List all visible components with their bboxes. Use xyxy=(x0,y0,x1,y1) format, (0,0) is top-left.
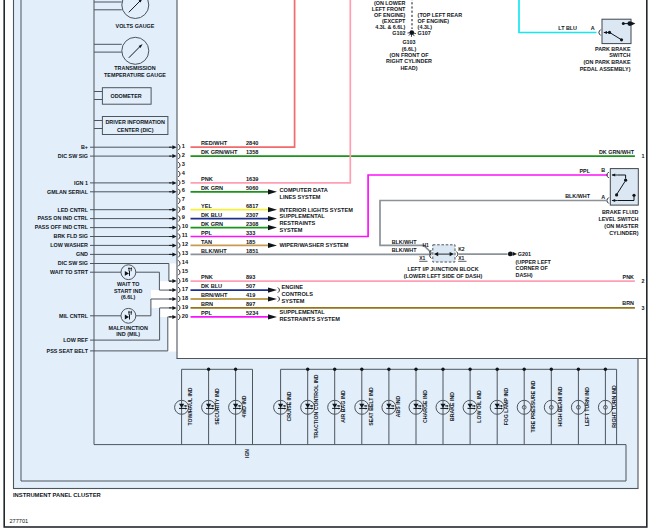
svg-text:K2: K2 xyxy=(458,246,465,252)
svg-text:BRN: BRN xyxy=(622,300,634,306)
svg-text:SYSTEM: SYSTEM xyxy=(280,227,303,233)
svg-text:PASS ON IND CTRL: PASS ON IND CTRL xyxy=(37,215,88,221)
svg-text:419: 419 xyxy=(246,292,255,298)
svg-text:6817: 6817 xyxy=(246,203,258,209)
svg-text:9: 9 xyxy=(182,214,185,220)
svg-text:CONTROLS: CONTROLS xyxy=(282,291,314,297)
svg-text:BLK/WHT: BLK/WHT xyxy=(565,193,591,199)
svg-text:1639: 1639 xyxy=(246,176,258,182)
svg-text:B: B xyxy=(601,167,605,173)
svg-text:PASS OFF IND CTRL: PASS OFF IND CTRL xyxy=(35,224,89,230)
svg-text:INSTRUMENT PANEL CLUSTER: INSTRUMENT PANEL CLUSTER xyxy=(13,492,102,498)
svg-text:BRK FLD SIG: BRK FLD SIG xyxy=(54,233,88,239)
svg-text:TEMPERATURE GAUGE: TEMPERATURE GAUGE xyxy=(104,72,166,78)
svg-text:333: 333 xyxy=(246,230,255,236)
svg-text:MIL CNTRL: MIL CNTRL xyxy=(59,313,89,319)
svg-text:CYLINDER): CYLINDER) xyxy=(609,230,639,236)
svg-text:2307: 2307 xyxy=(246,212,258,218)
svg-text:2308: 2308 xyxy=(246,221,258,227)
svg-text:VOLTS GAUGE: VOLTS GAUGE xyxy=(116,23,155,29)
svg-text:1358: 1358 xyxy=(246,149,258,155)
svg-text:(ON PARK BRAKE: (ON PARK BRAKE xyxy=(584,59,631,65)
svg-text:LT BLU: LT BLU xyxy=(558,25,577,31)
svg-text:CRUISE IND: CRUISE IND xyxy=(286,391,292,421)
svg-text:RIGHT TURN IND: RIGHT TURN IND xyxy=(611,385,617,428)
svg-text:ENGINE: ENGINE xyxy=(282,284,304,290)
svg-text:1: 1 xyxy=(642,153,645,159)
svg-text:DK GRN: DK GRN xyxy=(201,185,223,191)
svg-text:1851: 1851 xyxy=(246,248,258,254)
svg-text:G107: G107 xyxy=(418,30,431,36)
svg-text:LINES SYSTEM: LINES SYSTEM xyxy=(280,194,321,200)
svg-text:DIC SW SIG: DIC SW SIG xyxy=(58,260,88,266)
svg-text:14: 14 xyxy=(182,259,189,265)
svg-text:SWITCH: SWITCH xyxy=(609,52,630,58)
svg-text:BLK/WHT: BLK/WHT xyxy=(201,248,227,254)
svg-text:PARK BRAKE: PARK BRAKE xyxy=(595,46,631,52)
svg-text:13: 13 xyxy=(182,250,188,256)
svg-text:893: 893 xyxy=(246,274,255,280)
svg-text:DASH): DASH) xyxy=(516,272,533,278)
svg-text:TRACTION CONTROL IND: TRACTION CONTROL IND xyxy=(313,374,319,438)
svg-text:BRAKE FLUID: BRAKE FLUID xyxy=(602,209,639,215)
svg-text:LOW WASHER: LOW WASHER xyxy=(50,242,88,248)
svg-text:GND: GND xyxy=(76,251,88,257)
svg-text:7: 7 xyxy=(182,196,185,202)
svg-text:185: 185 xyxy=(246,239,255,245)
svg-text:(ON FRONT OF: (ON FRONT OF xyxy=(390,52,430,58)
svg-text:SECURITY IND: SECURITY IND xyxy=(214,388,220,425)
svg-text:RIGHT CYLINDER: RIGHT CYLINDER xyxy=(386,58,432,64)
svg-text:SEAT BELT IND: SEAT BELT IND xyxy=(368,387,374,426)
svg-text:YEL: YEL xyxy=(201,203,212,209)
svg-text:PEDAL ASSEMBLY): PEDAL ASSEMBLY) xyxy=(580,66,631,72)
svg-text:6: 6 xyxy=(182,187,185,193)
svg-text:CHARGE IND: CHARGE IND xyxy=(422,390,428,423)
svg-text:H1: H1 xyxy=(423,242,430,248)
svg-text:AIR BAG IND: AIR BAG IND xyxy=(340,390,346,423)
svg-text:(6.6L): (6.6L) xyxy=(402,46,417,52)
svg-text:10: 10 xyxy=(182,223,188,229)
svg-text:BRN/WHT: BRN/WHT xyxy=(201,292,228,298)
svg-text:PPL: PPL xyxy=(580,168,591,174)
svg-text:3: 3 xyxy=(182,161,185,167)
svg-text:20: 20 xyxy=(182,313,188,319)
svg-text:TIRE PRESSURE IND: TIRE PRESSURE IND xyxy=(530,380,536,432)
svg-text:2: 2 xyxy=(182,152,185,158)
svg-text:MALFUNCTION: MALFUNCTION xyxy=(108,325,148,331)
svg-text:12: 12 xyxy=(182,241,188,247)
svg-text:LED CNTRL: LED CNTRL xyxy=(57,207,88,213)
svg-text:HEAD): HEAD) xyxy=(400,65,417,71)
svg-text:DK GRN/WHT: DK GRN/WHT xyxy=(599,149,635,155)
svg-text:3: 3 xyxy=(642,305,645,311)
svg-text:2840: 2840 xyxy=(246,140,258,146)
svg-text:LOW OIL IND: LOW OIL IND xyxy=(476,390,482,423)
svg-text:(6.6L): (6.6L) xyxy=(121,294,136,300)
svg-text:X1: X1 xyxy=(458,255,464,261)
svg-text:PPL: PPL xyxy=(201,310,212,316)
svg-text:SYSTEM: SYSTEM xyxy=(282,298,305,304)
svg-text:COMPUTER DATA: COMPUTER DATA xyxy=(280,187,328,193)
svg-text:897: 897 xyxy=(246,301,255,307)
svg-text:RESTRAINTS SYSTEM: RESTRAINTS SYSTEM xyxy=(280,316,341,322)
svg-text:LEFT I/P JUNCTION BLOCK: LEFT I/P JUNCTION BLOCK xyxy=(407,266,478,272)
svg-text:PNK: PNK xyxy=(201,274,213,280)
svg-text:507: 507 xyxy=(246,283,255,289)
svg-text:START IND: START IND xyxy=(114,288,142,294)
svg-text:IND (MIL): IND (MIL) xyxy=(116,331,140,337)
svg-text:SUPPLEMENTAL: SUPPLEMENTAL xyxy=(280,213,326,219)
svg-text:18: 18 xyxy=(182,295,188,301)
svg-text:PSS SEAT BELT: PSS SEAT BELT xyxy=(47,348,89,354)
svg-text:SUPPLEMENTAL: SUPPLEMENTAL xyxy=(280,309,326,315)
svg-text:FOG LAMP IND: FOG LAMP IND xyxy=(503,387,509,425)
svg-text:(UPPER LEFT: (UPPER LEFT xyxy=(516,259,552,265)
svg-text:15: 15 xyxy=(182,268,188,274)
svg-text:DK GRN/WHT: DK GRN/WHT xyxy=(201,149,238,155)
svg-text:CENTER (DIC): CENTER (DIC) xyxy=(117,127,154,133)
svg-text:RED/WHT: RED/WHT xyxy=(201,140,228,146)
svg-text:PPL: PPL xyxy=(201,230,212,236)
svg-text:8: 8 xyxy=(182,205,185,211)
svg-text:4WD IND: 4WD IND xyxy=(241,395,247,417)
svg-text:BLK/WHT: BLK/WHT xyxy=(392,247,418,253)
svg-text:A: A xyxy=(601,194,605,200)
svg-text:RESTRAINTS: RESTRAINTS xyxy=(280,220,316,226)
